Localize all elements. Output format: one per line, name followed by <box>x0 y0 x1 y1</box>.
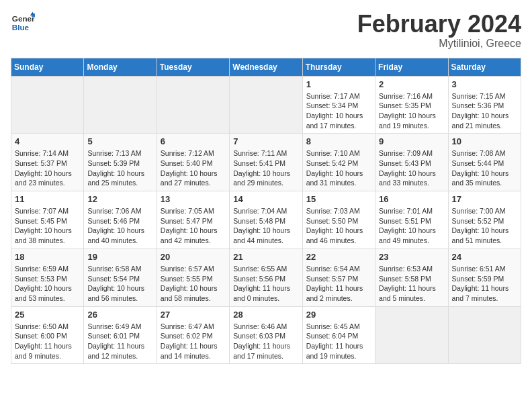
day-number: 17 <box>452 194 517 204</box>
day-number: 2 <box>379 79 444 89</box>
calendar-cell: 8Sunrise: 7:10 AM Sunset: 5:42 PM Daylig… <box>302 134 375 191</box>
day-number: 13 <box>161 194 226 204</box>
day-of-week-header: Tuesday <box>157 58 229 76</box>
day-number: 3 <box>452 79 517 89</box>
day-number: 4 <box>15 136 80 146</box>
day-info: Sunrise: 7:14 AM Sunset: 5:37 PM Dayligh… <box>15 148 80 188</box>
day-number: 16 <box>379 194 444 204</box>
day-info: Sunrise: 6:49 AM Sunset: 6:01 PM Dayligh… <box>87 322 152 361</box>
calendar-cell: 29Sunrise: 6:45 AM Sunset: 6:04 PM Dayli… <box>302 306 375 364</box>
calendar-cell: 19Sunrise: 6:58 AM Sunset: 5:54 PM Dayli… <box>84 248 157 306</box>
day-info: Sunrise: 6:54 AM Sunset: 5:57 PM Dayligh… <box>306 264 371 304</box>
calendar-cell: 15Sunrise: 7:03 AM Sunset: 5:50 PM Dayli… <box>302 191 375 249</box>
logo: General Blue <box>11 11 35 35</box>
calendar-cell: 1Sunrise: 7:17 AM Sunset: 5:34 PM Daylig… <box>302 76 375 134</box>
calendar-cell: 20Sunrise: 6:57 AM Sunset: 5:55 PM Dayli… <box>157 248 229 306</box>
day-info: Sunrise: 7:15 AM Sunset: 5:36 PM Dayligh… <box>452 91 517 131</box>
day-number: 11 <box>15 194 80 204</box>
day-number: 6 <box>161 136 226 146</box>
day-number: 7 <box>233 136 298 146</box>
day-number: 1 <box>306 79 371 89</box>
calendar-cell: 14Sunrise: 7:04 AM Sunset: 5:48 PM Dayli… <box>230 191 302 249</box>
calendar-cell: 10Sunrise: 7:08 AM Sunset: 5:44 PM Dayli… <box>448 134 521 191</box>
day-info: Sunrise: 7:09 AM Sunset: 5:43 PM Dayligh… <box>379 148 444 188</box>
calendar-cell <box>375 306 448 364</box>
day-info: Sunrise: 6:55 AM Sunset: 5:56 PM Dayligh… <box>233 264 298 304</box>
day-of-week-header: Friday <box>375 58 448 76</box>
day-info: Sunrise: 7:07 AM Sunset: 5:45 PM Dayligh… <box>15 206 80 246</box>
day-info: Sunrise: 7:13 AM Sunset: 5:39 PM Dayligh… <box>87 148 152 188</box>
calendar-cell: 18Sunrise: 6:59 AM Sunset: 5:53 PM Dayli… <box>11 248 84 306</box>
day-info: Sunrise: 7:16 AM Sunset: 5:35 PM Dayligh… <box>379 91 444 131</box>
calendar-cell: 22Sunrise: 6:54 AM Sunset: 5:57 PM Dayli… <box>302 248 375 306</box>
day-number: 8 <box>306 136 371 146</box>
title-section: February 2024 Mytilinioi, Greece <box>357 11 521 50</box>
day-info: Sunrise: 7:11 AM Sunset: 5:41 PM Dayligh… <box>233 148 298 188</box>
day-number: 18 <box>15 252 80 262</box>
day-of-week-header: Thursday <box>302 58 375 76</box>
day-number: 22 <box>306 252 371 262</box>
page-header: General Blue February 2024 Mytilinioi, G… <box>11 11 521 50</box>
calendar-week-row: 1Sunrise: 7:17 AM Sunset: 5:34 PM Daylig… <box>11 76 521 134</box>
calendar-cell: 6Sunrise: 7:12 AM Sunset: 5:40 PM Daylig… <box>157 134 229 191</box>
day-info: Sunrise: 7:03 AM Sunset: 5:50 PM Dayligh… <box>306 206 371 246</box>
calendar-week-row: 4Sunrise: 7:14 AM Sunset: 5:37 PM Daylig… <box>11 134 521 191</box>
calendar-cell: 7Sunrise: 7:11 AM Sunset: 5:41 PM Daylig… <box>230 134 302 191</box>
calendar-cell: 16Sunrise: 7:01 AM Sunset: 5:51 PM Dayli… <box>375 191 448 249</box>
calendar-week-row: 11Sunrise: 7:07 AM Sunset: 5:45 PM Dayli… <box>11 191 521 249</box>
day-info: Sunrise: 7:05 AM Sunset: 5:47 PM Dayligh… <box>161 206 226 246</box>
day-info: Sunrise: 6:59 AM Sunset: 5:53 PM Dayligh… <box>15 264 80 304</box>
day-number: 25 <box>15 310 80 320</box>
calendar-week-row: 25Sunrise: 6:50 AM Sunset: 6:00 PM Dayli… <box>11 306 521 364</box>
day-info: Sunrise: 6:58 AM Sunset: 5:54 PM Dayligh… <box>87 264 152 304</box>
calendar-cell: 13Sunrise: 7:05 AM Sunset: 5:47 PM Dayli… <box>157 191 229 249</box>
day-info: Sunrise: 7:12 AM Sunset: 5:40 PM Dayligh… <box>161 148 226 188</box>
calendar-cell: 5Sunrise: 7:13 AM Sunset: 5:39 PM Daylig… <box>84 134 157 191</box>
day-info: Sunrise: 6:53 AM Sunset: 5:58 PM Dayligh… <box>379 264 444 304</box>
calendar-table: SundayMondayTuesdayWednesdayThursdayFrid… <box>11 58 521 365</box>
day-number: 10 <box>452 136 517 146</box>
calendar-cell: 2Sunrise: 7:16 AM Sunset: 5:35 PM Daylig… <box>375 76 448 134</box>
day-info: Sunrise: 7:01 AM Sunset: 5:51 PM Dayligh… <box>379 206 444 246</box>
calendar-cell: 3Sunrise: 7:15 AM Sunset: 5:36 PM Daylig… <box>448 76 521 134</box>
day-number: 9 <box>379 136 444 146</box>
day-of-week-header: Sunday <box>11 58 84 76</box>
day-info: Sunrise: 6:45 AM Sunset: 6:04 PM Dayligh… <box>306 322 371 361</box>
calendar-cell: 11Sunrise: 7:07 AM Sunset: 5:45 PM Dayli… <box>11 191 84 249</box>
calendar-cell: 17Sunrise: 7:00 AM Sunset: 5:52 PM Dayli… <box>448 191 521 249</box>
day-info: Sunrise: 7:17 AM Sunset: 5:34 PM Dayligh… <box>306 91 371 131</box>
calendar-cell <box>448 306 521 364</box>
day-number: 5 <box>87 136 152 146</box>
day-info: Sunrise: 7:08 AM Sunset: 5:44 PM Dayligh… <box>452 148 517 188</box>
calendar-header-row: SundayMondayTuesdayWednesdayThursdayFrid… <box>11 58 521 76</box>
calendar-cell: 23Sunrise: 6:53 AM Sunset: 5:58 PM Dayli… <box>375 248 448 306</box>
calendar-cell: 26Sunrise: 6:49 AM Sunset: 6:01 PM Dayli… <box>84 306 157 364</box>
calendar-cell: 25Sunrise: 6:50 AM Sunset: 6:00 PM Dayli… <box>11 306 84 364</box>
day-info: Sunrise: 7:04 AM Sunset: 5:48 PM Dayligh… <box>233 206 298 246</box>
logo-icon: General Blue <box>11 11 35 35</box>
calendar-cell: 27Sunrise: 6:47 AM Sunset: 6:02 PM Dayli… <box>157 306 229 364</box>
calendar-subtitle: Mytilinioi, Greece <box>357 38 521 50</box>
svg-text:Blue: Blue <box>12 23 30 32</box>
calendar-title: February 2024 <box>357 11 521 38</box>
calendar-cell <box>230 76 302 134</box>
day-number: 24 <box>452 252 517 262</box>
day-number: 26 <box>87 310 152 320</box>
calendar-cell: 28Sunrise: 6:46 AM Sunset: 6:03 PM Dayli… <box>230 306 302 364</box>
day-info: Sunrise: 6:50 AM Sunset: 6:00 PM Dayligh… <box>15 322 80 361</box>
calendar-cell <box>157 76 229 134</box>
calendar-week-row: 18Sunrise: 6:59 AM Sunset: 5:53 PM Dayli… <box>11 248 521 306</box>
calendar-cell: 4Sunrise: 7:14 AM Sunset: 5:37 PM Daylig… <box>11 134 84 191</box>
calendar-cell: 21Sunrise: 6:55 AM Sunset: 5:56 PM Dayli… <box>230 248 302 306</box>
day-number: 19 <box>87 252 152 262</box>
day-info: Sunrise: 6:47 AM Sunset: 6:02 PM Dayligh… <box>161 322 226 361</box>
day-of-week-header: Monday <box>84 58 157 76</box>
day-number: 20 <box>161 252 226 262</box>
calendar-cell: 24Sunrise: 6:51 AM Sunset: 5:59 PM Dayli… <box>448 248 521 306</box>
day-info: Sunrise: 7:10 AM Sunset: 5:42 PM Dayligh… <box>306 148 371 188</box>
calendar-cell: 12Sunrise: 7:06 AM Sunset: 5:46 PM Dayli… <box>84 191 157 249</box>
day-info: Sunrise: 6:46 AM Sunset: 6:03 PM Dayligh… <box>233 322 298 361</box>
day-info: Sunrise: 6:51 AM Sunset: 5:59 PM Dayligh… <box>452 264 517 304</box>
day-info: Sunrise: 6:57 AM Sunset: 5:55 PM Dayligh… <box>161 264 226 304</box>
day-of-week-header: Wednesday <box>230 58 302 76</box>
